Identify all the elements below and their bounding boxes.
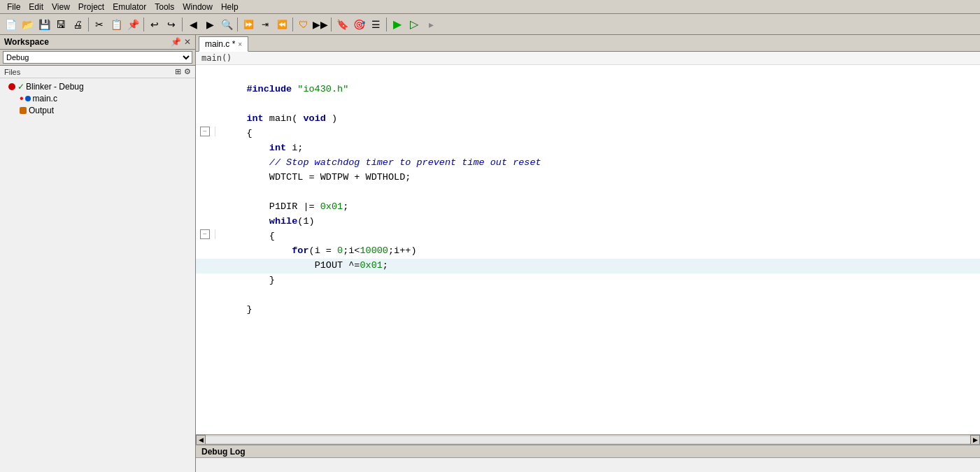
kw-include: #include xyxy=(246,84,292,94)
save-button[interactable]: 💾 xyxy=(36,17,52,32)
code-content-blank2 xyxy=(218,97,980,111)
pin-icon[interactable]: 📌 xyxy=(171,37,181,47)
plain-p1dir: P1DIR |= xyxy=(269,201,320,212)
print-button[interactable]: 🖨 xyxy=(70,17,85,32)
list-button[interactable]: ☰ xyxy=(368,17,383,32)
file-tree: ✓ Blinker - Debug • main.c Output xyxy=(0,78,195,472)
settings-icon[interactable]: ⚙ xyxy=(184,67,191,76)
plain-semi-p1dir: ; xyxy=(343,201,348,212)
step-out-button[interactable]: ⏪ xyxy=(274,17,290,32)
hex-01-p1out: 0x01 xyxy=(360,260,382,271)
bottom-panel: Debug Log xyxy=(196,444,980,472)
debug-log-content xyxy=(196,458,980,472)
tab-mainc-label: main.c * xyxy=(205,39,235,49)
tab-mainc-close[interactable]: × xyxy=(238,41,242,48)
num-0: 0 xyxy=(337,245,343,256)
expand-icon[interactable]: ⊞ xyxy=(175,67,181,76)
open-button[interactable]: 📂 xyxy=(20,17,35,32)
code-line-include: #include "io430.h" xyxy=(196,83,980,97)
code-line-blank2 xyxy=(196,97,980,112)
code-line-close-brace-while: } xyxy=(196,273,980,288)
close-sidebar-icon[interactable]: ✕ xyxy=(184,37,191,47)
toolbar-sep-4 xyxy=(237,17,238,31)
code-editor[interactable]: #include "io430.h" int main( void ) − { xyxy=(196,65,980,434)
plain-while-cond: (1) xyxy=(297,216,314,227)
nav-back-button[interactable]: ◀ xyxy=(185,17,201,32)
plain-for-semi: ;i< xyxy=(343,245,360,256)
plain-for-close: ;i++) xyxy=(388,245,417,256)
toolbar: 📄 📂 💾 🖫 🖨 ✂ 📋 📌 ↩ ↪ ◀ ▶ 🔍 ⏩ ⇥ ⏪ 🛡 ▶▶ 🔖 🎯… xyxy=(0,14,980,35)
code-line-open-brace-2: − { xyxy=(196,229,980,244)
copy-button[interactable]: 📋 xyxy=(108,17,124,32)
scroll-track[interactable] xyxy=(206,436,970,443)
undo-button[interactable]: ↩ xyxy=(147,17,162,32)
toolbar-sep-7 xyxy=(386,17,387,31)
gutter-open-brace-1: − xyxy=(196,127,215,136)
breadcrumb: main() xyxy=(196,52,980,65)
kw-int-i: int xyxy=(269,143,286,153)
kw-for: for xyxy=(292,245,308,256)
plain-p1out: P1OUT ^= xyxy=(315,260,360,271)
tree-output[interactable]: Output xyxy=(0,105,195,116)
kw-void: void xyxy=(303,113,325,124)
str-io430: "io430.h" xyxy=(292,84,348,94)
menu-view[interactable]: View xyxy=(48,1,74,13)
code-line-blank1 xyxy=(196,68,980,83)
step-over-button[interactable]: ⇥ xyxy=(257,17,273,32)
plain-paren: ) xyxy=(326,113,337,124)
cut-button[interactable]: ✂ xyxy=(92,17,107,32)
menu-window[interactable]: Window xyxy=(178,1,217,13)
toolbar-sep-6 xyxy=(331,17,332,31)
debug-button[interactable]: ▷ xyxy=(406,17,422,32)
code-content-while: while(1) xyxy=(218,215,980,229)
kw-while: while xyxy=(269,216,298,227)
plain-close-brace-while: } xyxy=(269,275,275,285)
bookmark-button[interactable]: 🔖 xyxy=(334,17,350,32)
redo-button[interactable]: ↪ xyxy=(164,17,179,32)
search-button[interactable]: 🔍 xyxy=(219,17,234,32)
tab-mainc[interactable]: main.c * × xyxy=(199,36,248,52)
toolbar-sep-2 xyxy=(143,17,144,31)
code-line-p1out: P1OUT ^=0x01; xyxy=(196,259,980,273)
save-all-button[interactable]: 🖫 xyxy=(53,17,69,32)
code-line-blank3 xyxy=(196,185,980,200)
tree-project-root[interactable]: ✓ Blinker - Debug xyxy=(0,81,195,92)
code-line-for: for(i = 0;i<10000;i++) xyxy=(196,244,980,259)
step-into-button[interactable]: ⏩ xyxy=(241,17,256,32)
horizontal-scrollbar[interactable]: ◀ ▶ xyxy=(196,434,980,444)
paste-button[interactable]: 📌 xyxy=(125,17,141,32)
nav-forward-button[interactable]: ▶ xyxy=(202,17,218,32)
toolbar-sep-3 xyxy=(182,17,183,31)
plain-i: i; xyxy=(286,143,303,153)
project-label: Blinker - Debug xyxy=(26,82,84,92)
target-button[interactable]: 🎯 xyxy=(351,17,367,32)
scroll-left-arrow[interactable]: ◀ xyxy=(196,435,206,445)
project-check-icon: ✓ xyxy=(17,82,24,92)
code-line-p1dir: P1DIR |= 0x01; xyxy=(196,200,980,215)
tree-mainc[interactable]: • main.c xyxy=(0,92,195,105)
menu-emulator[interactable]: Emulator xyxy=(108,1,150,13)
scroll-right-arrow[interactable]: ▶ xyxy=(970,435,980,445)
mainc-debug-dot: • xyxy=(20,93,24,104)
menu-help[interactable]: Help xyxy=(217,1,243,13)
new-file-button[interactable]: 📄 xyxy=(3,17,18,32)
play-fwd-button[interactable]: ▶▶ xyxy=(313,17,328,32)
more-button[interactable]: ▸ xyxy=(423,17,439,32)
run-button[interactable]: ▶ xyxy=(390,17,405,32)
code-line-while: while(1) xyxy=(196,215,980,229)
shield-button[interactable]: 🛡 xyxy=(296,17,311,32)
code-content-include: #include "io430.h" xyxy=(218,83,980,96)
collapse-btn-1[interactable]: − xyxy=(200,127,210,136)
code-content-blank3 xyxy=(218,185,980,199)
menu-tools[interactable]: Tools xyxy=(150,1,178,13)
sidebar-title: Workspace xyxy=(4,37,49,47)
plain-main: main( xyxy=(264,113,304,124)
code-content-close-brace-while: } xyxy=(218,273,980,287)
debug-dropdown[interactable]: Debug xyxy=(3,51,192,64)
menu-file[interactable]: File xyxy=(3,1,24,13)
collapse-btn-2[interactable]: − xyxy=(200,229,210,239)
menu-edit[interactable]: Edit xyxy=(24,1,48,13)
sidebar-debug-dropdown-container: Debug xyxy=(0,50,195,66)
files-label: Files xyxy=(4,68,20,76)
menu-project[interactable]: Project xyxy=(74,1,108,13)
